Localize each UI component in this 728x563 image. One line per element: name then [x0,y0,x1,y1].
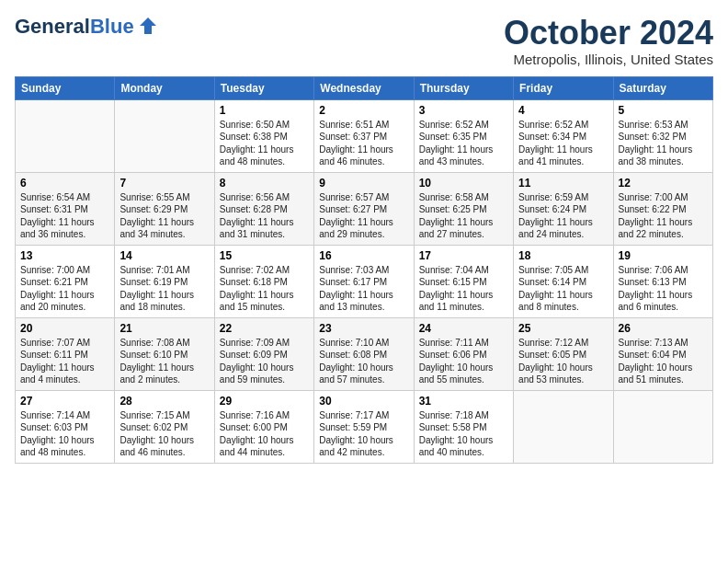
calendar-day-cell: 6Sunrise: 6:54 AM Sunset: 6:31 PM Daylig… [16,172,115,245]
weekday-header: Thursday [414,76,513,99]
svg-marker-0 [140,17,156,34]
calendar-day-cell: 1Sunrise: 6:50 AM Sunset: 6:38 PM Daylig… [214,99,313,172]
calendar-day-cell: 2Sunrise: 6:51 AM Sunset: 6:37 PM Daylig… [314,99,414,172]
calendar-week-row: 6Sunrise: 6:54 AM Sunset: 6:31 PM Daylig… [16,172,713,245]
day-info: Sunrise: 7:04 AM Sunset: 6:15 PM Dayligh… [419,264,508,314]
weekday-header: Sunday [16,76,115,99]
calendar-day-cell: 17Sunrise: 7:04 AM Sunset: 6:15 PM Dayli… [414,245,513,317]
logo: GeneralBlue [15,15,158,39]
day-info: Sunrise: 6:55 AM Sunset: 6:29 PM Dayligh… [119,191,209,241]
calendar-day-cell: 24Sunrise: 7:11 AM Sunset: 6:06 PM Dayli… [414,317,513,390]
calendar-day-cell: 4Sunrise: 6:52 AM Sunset: 6:34 PM Daylig… [514,99,613,172]
weekday-header: Wednesday [314,76,414,99]
day-number: 13 [20,249,109,262]
day-number: 4 [518,104,608,117]
day-info: Sunrise: 7:17 AM Sunset: 5:59 PM Dayligh… [319,409,408,459]
calendar-day-cell: 11Sunrise: 6:59 AM Sunset: 6:24 PM Dayli… [514,172,613,245]
day-number: 22 [220,322,309,335]
day-info: Sunrise: 6:54 AM Sunset: 6:31 PM Dayligh… [20,191,109,241]
calendar-day-cell: 7Sunrise: 6:55 AM Sunset: 6:29 PM Daylig… [115,172,214,245]
day-number: 16 [319,249,408,262]
day-info: Sunrise: 6:51 AM Sunset: 6:37 PM Dayligh… [319,119,408,168]
calendar-day-cell [514,390,613,463]
day-info: Sunrise: 7:06 AM Sunset: 6:13 PM Dayligh… [619,264,708,314]
day-number: 2 [319,104,408,117]
logo-blue: Blue [90,15,134,38]
day-number: 24 [419,322,508,335]
calendar-day-cell: 13Sunrise: 7:00 AM Sunset: 6:21 PM Dayli… [16,245,115,317]
day-number: 14 [119,249,209,262]
calendar-day-cell: 28Sunrise: 7:15 AM Sunset: 6:02 PM Dayli… [115,390,214,463]
day-info: Sunrise: 6:58 AM Sunset: 6:25 PM Dayligh… [419,191,508,241]
logo-general: General [15,15,90,38]
day-number: 12 [619,177,708,190]
day-number: 29 [220,395,309,408]
weekday-header: Monday [115,76,214,99]
calendar-day-cell [16,99,115,172]
day-number: 5 [619,104,708,117]
day-info: Sunrise: 7:11 AM Sunset: 6:06 PM Dayligh… [419,337,508,386]
calendar-day-cell: 18Sunrise: 7:05 AM Sunset: 6:14 PM Dayli… [514,245,613,317]
day-number: 31 [419,395,508,408]
calendar-day-cell: 23Sunrise: 7:10 AM Sunset: 6:08 PM Dayli… [314,317,414,390]
day-info: Sunrise: 7:10 AM Sunset: 6:08 PM Dayligh… [319,337,408,386]
calendar-day-cell: 31Sunrise: 7:18 AM Sunset: 5:58 PM Dayli… [414,390,513,463]
calendar-day-cell: 8Sunrise: 6:56 AM Sunset: 6:28 PM Daylig… [214,172,313,245]
day-info: Sunrise: 6:53 AM Sunset: 6:32 PM Dayligh… [619,119,708,168]
day-number: 23 [319,322,408,335]
day-number: 8 [220,177,309,190]
day-number: 11 [518,177,608,190]
weekday-header: Tuesday [214,76,313,99]
day-info: Sunrise: 6:52 AM Sunset: 6:35 PM Dayligh… [419,119,508,168]
calendar-day-cell: 3Sunrise: 6:52 AM Sunset: 6:35 PM Daylig… [414,99,513,172]
day-number: 21 [119,322,209,335]
calendar-day-cell: 20Sunrise: 7:07 AM Sunset: 6:11 PM Dayli… [16,317,115,390]
calendar-day-cell: 29Sunrise: 7:16 AM Sunset: 6:00 PM Dayli… [214,390,313,463]
day-number: 20 [20,322,109,335]
calendar-day-cell: 25Sunrise: 7:12 AM Sunset: 6:05 PM Dayli… [514,317,613,390]
calendar-day-cell: 12Sunrise: 7:00 AM Sunset: 6:22 PM Dayli… [613,172,712,245]
day-number: 30 [319,395,408,408]
day-info: Sunrise: 7:15 AM Sunset: 6:02 PM Dayligh… [119,409,209,459]
logo-icon [138,16,158,36]
day-info: Sunrise: 7:01 AM Sunset: 6:19 PM Dayligh… [119,264,209,314]
day-number: 3 [419,104,508,117]
calendar-day-cell [115,99,214,172]
calendar-day-cell: 9Sunrise: 6:57 AM Sunset: 6:27 PM Daylig… [314,172,414,245]
day-info: Sunrise: 7:09 AM Sunset: 6:09 PM Dayligh… [220,337,309,386]
calendar-week-row: 20Sunrise: 7:07 AM Sunset: 6:11 PM Dayli… [16,317,713,390]
day-number: 19 [619,249,708,262]
day-info: Sunrise: 7:14 AM Sunset: 6:03 PM Dayligh… [20,409,109,459]
day-info: Sunrise: 7:02 AM Sunset: 6:18 PM Dayligh… [220,264,309,314]
calendar-day-cell: 21Sunrise: 7:08 AM Sunset: 6:10 PM Dayli… [115,317,214,390]
calendar-day-cell: 22Sunrise: 7:09 AM Sunset: 6:09 PM Dayli… [214,317,313,390]
calendar-week-row: 13Sunrise: 7:00 AM Sunset: 6:21 PM Dayli… [16,245,713,317]
day-info: Sunrise: 7:13 AM Sunset: 6:04 PM Dayligh… [619,337,708,386]
day-info: Sunrise: 7:00 AM Sunset: 6:21 PM Dayligh… [20,264,109,314]
calendar-day-cell: 19Sunrise: 7:06 AM Sunset: 6:13 PM Dayli… [613,245,712,317]
calendar-week-row: 1Sunrise: 6:50 AM Sunset: 6:38 PM Daylig… [16,99,713,172]
day-info: Sunrise: 7:00 AM Sunset: 6:22 PM Dayligh… [619,191,708,241]
calendar-day-cell: 16Sunrise: 7:03 AM Sunset: 6:17 PM Dayli… [314,245,414,317]
day-number: 27 [20,395,109,408]
day-number: 6 [20,177,109,190]
day-number: 28 [119,395,209,408]
day-number: 26 [619,322,708,335]
day-info: Sunrise: 6:56 AM Sunset: 6:28 PM Dayligh… [220,191,309,241]
weekday-header: Friday [514,76,613,99]
page-header: GeneralBlue October 2024 Metropolis, Ill… [15,15,713,67]
day-info: Sunrise: 7:08 AM Sunset: 6:10 PM Dayligh… [119,337,209,386]
day-number: 9 [319,177,408,190]
day-info: Sunrise: 7:18 AM Sunset: 5:58 PM Dayligh… [419,409,508,459]
month-title: October 2024 [504,15,713,52]
day-info: Sunrise: 7:03 AM Sunset: 6:17 PM Dayligh… [319,264,408,314]
location-subtitle: Metropolis, Illinois, United States [504,52,713,67]
day-info: Sunrise: 6:52 AM Sunset: 6:34 PM Dayligh… [518,119,608,168]
day-number: 15 [220,249,309,262]
day-number: 7 [119,177,209,190]
calendar-day-cell: 14Sunrise: 7:01 AM Sunset: 6:19 PM Dayli… [115,245,214,317]
day-info: Sunrise: 7:12 AM Sunset: 6:05 PM Dayligh… [518,337,608,386]
calendar-day-cell: 10Sunrise: 6:58 AM Sunset: 6:25 PM Dayli… [414,172,513,245]
calendar-day-cell: 30Sunrise: 7:17 AM Sunset: 5:59 PM Dayli… [314,390,414,463]
calendar-day-cell [613,390,712,463]
